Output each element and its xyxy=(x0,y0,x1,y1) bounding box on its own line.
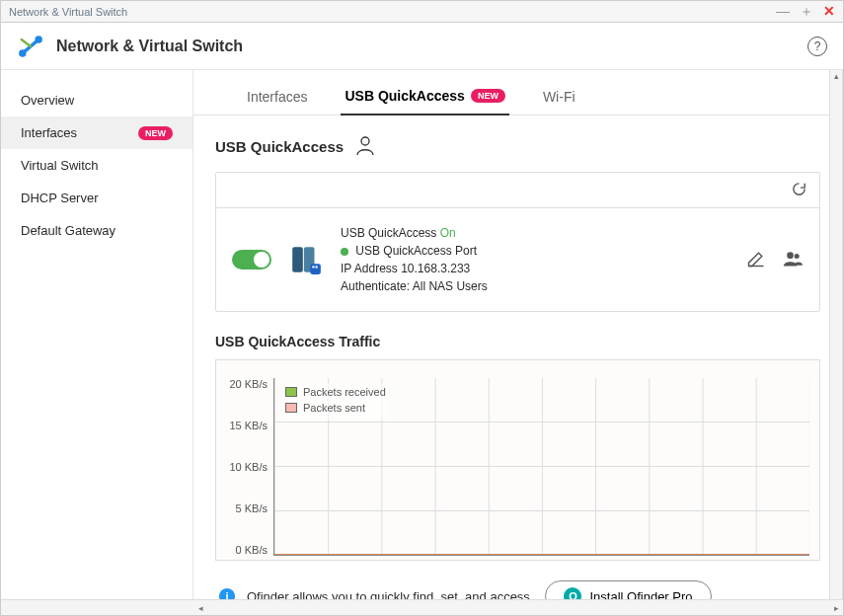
scroll-right-icon[interactable]: ▸ xyxy=(834,603,839,613)
ip-label: IP Address xyxy=(341,262,398,275)
sidebar-item-label: Default Gateway xyxy=(21,223,115,238)
refresh-icon[interactable] xyxy=(791,181,807,200)
row-actions xyxy=(746,249,804,271)
tab-wifi[interactable]: Wi-Fi xyxy=(539,88,579,115)
help-icon[interactable]: ? xyxy=(807,37,827,56)
legend-label: Packets sent xyxy=(303,402,365,414)
device-row: USB QuickAccess On USB QuickAccess Port … xyxy=(216,208,819,311)
section-title: USB QuickAccess xyxy=(215,133,820,160)
sidebar-item-virtual-switch[interactable]: Virtual Switch xyxy=(1,149,192,182)
sidebar-item-dhcp-server[interactable]: DHCP Server xyxy=(1,182,192,214)
button-label: Install Qfinder Pro xyxy=(589,589,692,600)
chart-yaxis: 20 KB/s 15 KB/s 10 KB/s 5 KB/s 0 KB/s xyxy=(226,378,273,556)
toggle-knob xyxy=(254,252,269,268)
legend-swatch-icon xyxy=(285,387,297,397)
tab-interfaces[interactable]: Interfaces xyxy=(243,88,311,115)
svg-rect-7 xyxy=(316,266,318,268)
device-name: USB QuickAccess xyxy=(341,226,436,240)
main-panel: Interfaces USB QuickAccess NEW Wi-Fi USB… xyxy=(193,70,843,599)
svg-point-1 xyxy=(35,36,41,42)
legend-item-rx: Packets received xyxy=(285,386,386,398)
window-title: Network & Virtual Switch xyxy=(9,6,127,18)
ytick: 5 KB/s xyxy=(236,502,268,514)
footer-text: Qfinder allows you to quickly find, set,… xyxy=(247,589,533,600)
svg-rect-6 xyxy=(312,266,314,268)
auth-value: All NAS Users xyxy=(413,279,488,293)
svg-point-9 xyxy=(795,254,800,259)
chart-zero-line xyxy=(274,554,809,555)
app-logo-icon xyxy=(17,33,44,60)
window-titlebar: Network & Virtual Switch — ＋ ✕ xyxy=(1,1,843,23)
horizontal-scrollbar[interactable]: ◂ ▸ xyxy=(1,599,843,615)
sidebar-item-overview[interactable]: Overview xyxy=(1,84,192,116)
sidebar-item-label: DHCP Server xyxy=(21,191,99,205)
users-icon[interactable] xyxy=(782,249,804,271)
tab-label: Wi-Fi xyxy=(543,89,575,105)
footer-hint: i Qfinder allows you to quickly find, se… xyxy=(215,561,820,599)
info-icon: i xyxy=(219,588,235,599)
chart-legend: Packets received Packets sent xyxy=(282,384,389,420)
sidebar-item-label: Overview xyxy=(21,93,74,108)
person-icon xyxy=(353,133,377,160)
qfinder-icon: Q xyxy=(564,587,581,599)
device-details: USB QuickAccess On USB QuickAccess Port … xyxy=(341,224,729,295)
chart-plot-area: Packets received Packets sent xyxy=(273,378,809,556)
traffic-title: USB QuickAccess Traffic xyxy=(215,334,820,349)
vertical-scrollbar[interactable]: ▴ xyxy=(829,70,842,599)
tab-label: USB QuickAccess xyxy=(345,88,464,104)
ytick: 0 KB/s xyxy=(236,544,268,556)
sidebar-item-interfaces[interactable]: Interfaces NEW xyxy=(1,116,192,149)
window-controls: — ＋ ✕ xyxy=(776,3,835,21)
new-badge: NEW xyxy=(471,89,505,103)
app-body: Overview Interfaces NEW Virtual Switch D… xyxy=(1,70,843,599)
section-title-text: USB QuickAccess xyxy=(215,138,344,155)
legend-item-tx: Packets sent xyxy=(285,402,386,414)
window-minimize-icon[interactable]: — xyxy=(776,3,790,21)
svg-point-8 xyxy=(787,252,794,259)
app-header: Network & Virtual Switch ? xyxy=(1,23,843,70)
svg-rect-3 xyxy=(292,247,303,272)
window-close-icon[interactable]: ✕ xyxy=(823,3,835,21)
ytick: 15 KB/s xyxy=(229,420,268,431)
ytick: 20 KB/s xyxy=(229,378,268,390)
tabbar: Interfaces USB QuickAccess NEW Wi-Fi xyxy=(193,70,842,116)
status-dot-icon xyxy=(341,248,348,256)
ytick: 10 KB/s xyxy=(229,461,268,473)
auth-label: Authenticate: xyxy=(341,279,410,293)
device-port: USB QuickAccess Port xyxy=(355,244,477,258)
legend-swatch-icon xyxy=(285,403,297,413)
sidebar-item-label: Virtual Switch xyxy=(21,158,99,173)
edit-icon[interactable] xyxy=(746,249,766,271)
app-title: Network & Virtual Switch xyxy=(56,38,243,55)
sidebar: Overview Interfaces NEW Virtual Switch D… xyxy=(1,70,193,599)
svg-point-2 xyxy=(361,137,369,145)
sidebar-item-default-gateway[interactable]: Default Gateway xyxy=(1,214,192,247)
device-card: USB QuickAccess On USB QuickAccess Port … xyxy=(215,172,820,312)
ip-value: 10.168.3.233 xyxy=(401,262,470,275)
svg-rect-5 xyxy=(310,264,321,274)
tab-usb-quickaccess[interactable]: USB QuickAccess NEW xyxy=(341,88,508,116)
tab-label: Interfaces xyxy=(247,89,307,105)
install-qfinder-button[interactable]: Q Install Qfinder Pro xyxy=(545,580,711,599)
card-header xyxy=(216,173,819,208)
legend-label: Packets received xyxy=(303,386,386,398)
window-maximize-icon[interactable]: ＋ xyxy=(800,3,813,21)
enable-toggle[interactable] xyxy=(232,250,271,270)
new-badge: NEW xyxy=(138,126,173,140)
main-content: USB QuickAccess USB Q xyxy=(193,116,842,599)
traffic-chart: 20 KB/s 15 KB/s 10 KB/s 5 KB/s 0 KB/s Pa… xyxy=(215,359,820,561)
nas-device-icon xyxy=(289,243,323,276)
device-status: On xyxy=(440,226,456,240)
scroll-left-icon[interactable]: ◂ xyxy=(198,603,203,613)
scroll-up-icon[interactable]: ▴ xyxy=(830,70,842,83)
svg-point-0 xyxy=(19,49,26,56)
sidebar-item-label: Interfaces xyxy=(21,125,77,140)
